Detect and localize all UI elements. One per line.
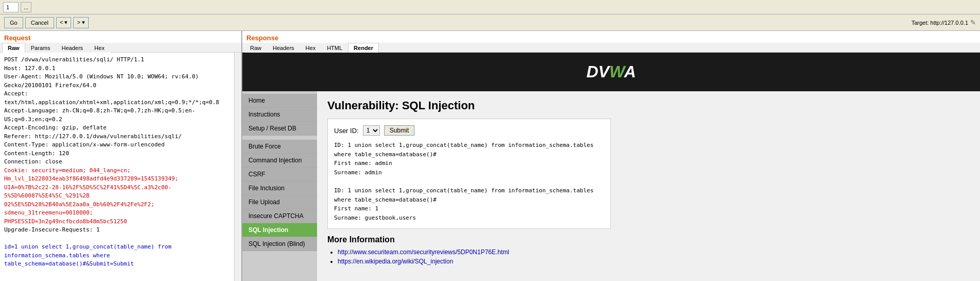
forward-button[interactable]: > ▾ xyxy=(73,17,88,28)
nav-command-injection[interactable]: Command Injection xyxy=(242,154,317,168)
nav-instructions[interactable]: Instructions xyxy=(242,108,317,122)
request-tabs: Raw Params Headers Hex xyxy=(0,43,241,53)
dvwa-nav: Home Instructions Setup / Reset DB Brute… xyxy=(242,91,317,281)
result-firstname-1: First name: admin xyxy=(334,159,604,168)
result-surname-1: Surname: admin xyxy=(334,168,604,177)
nav-spacer-1 xyxy=(242,136,317,140)
back-button[interactable]: < ▾ xyxy=(56,17,71,28)
nav-brute-force[interactable]: Brute Force xyxy=(242,140,317,154)
toolbar-left: Go Cancel < ▾ > ▾ xyxy=(4,17,89,28)
user-form-box: User ID: 1 Submit ID: 1 union select 1,g… xyxy=(327,119,611,229)
submit-button[interactable]: Submit xyxy=(384,125,414,136)
req-line-8: Content-Type: application/x-www-form-url… xyxy=(4,141,237,150)
req-cookie: Cookie: security=medium; 044_lang=cn; Hm… xyxy=(4,167,237,226)
req-post-data: id=1 union select 1,group_concat(table_n… xyxy=(4,243,237,269)
req-line-7: Referer: http://127.0.0.1/dvwa/vulnerabi… xyxy=(4,133,237,141)
request-panel: Request Raw Params Headers Hex POST /dvw… xyxy=(0,31,242,281)
response-title: Response xyxy=(242,31,980,43)
forward-icon: > ▾ xyxy=(77,19,85,26)
tab-ellipsis[interactable]: ... xyxy=(21,2,31,12)
target-info: Target: http://127.0.0.1 ✎ xyxy=(911,19,976,26)
nav-csrf[interactable]: CSRF xyxy=(242,168,317,181)
request-body: POST /dvwa/vulnerabilities/sqli/ HTTP/1.… xyxy=(0,53,241,281)
tab-headers[interactable]: Headers xyxy=(56,43,89,53)
req-line-3: User-Agent: Mozilla/5.0 (Windows NT 10.0… xyxy=(4,73,237,90)
tab-params[interactable]: Params xyxy=(25,43,56,53)
tab-raw[interactable]: Raw xyxy=(2,43,25,53)
render-area: DVWA Home Instructions Setup / Reset DB … xyxy=(242,53,980,281)
result-surname-2: Surname: guestbook,users xyxy=(334,213,604,223)
req-line-5: Accept-Language: zh-CN;q=0.8;zh-TW;q=0.7… xyxy=(4,107,237,124)
result-id-2: ID: 1 union select 1,group_concat(table_… xyxy=(334,186,604,204)
resp-tab-raw[interactable]: Raw xyxy=(244,43,267,53)
more-info-item-1: http://www.securiteam.com/securityreview… xyxy=(338,249,970,256)
resp-tab-html[interactable]: HTML xyxy=(321,43,348,53)
more-info-link-2[interactable]: https://en.wikipedia.org/wiki/SQL_inject… xyxy=(338,258,453,265)
request-title: Request xyxy=(0,31,241,43)
vulnerability-title: Vulnerability: SQL Injection xyxy=(327,99,970,112)
nav-sql-injection[interactable]: SQL Injection xyxy=(242,223,317,237)
dvwa-logo: DVWA xyxy=(587,62,636,81)
req-line-2: Host: 127.0.0.1 xyxy=(4,64,237,73)
toolbar: Go Cancel < ▾ > ▾ Target: http://127.0.0… xyxy=(0,14,980,31)
nav-home[interactable]: Home xyxy=(242,94,317,108)
edit-icon[interactable]: ✎ xyxy=(970,19,976,26)
target-url: Target: http://127.0.0.1 xyxy=(911,20,968,26)
dvwa-logo-accent: W xyxy=(609,62,624,81)
resp-tab-hex[interactable]: Hex xyxy=(300,43,322,53)
user-id-select[interactable]: 1 xyxy=(363,125,380,136)
result-text: ID: 1 union select 1,group_concat(table_… xyxy=(334,141,604,222)
more-info-title: More Information xyxy=(327,235,970,244)
back-icon: < ▾ xyxy=(60,19,68,26)
req-line-1: POST /dvwa/vulnerabilities/sqli/ HTTP/1.… xyxy=(4,56,237,64)
req-line-11: Upgrade-Insecure-Requests: 1 xyxy=(4,226,237,235)
dvwa-body: Home Instructions Setup / Reset DB Brute… xyxy=(242,91,980,281)
req-line-blank xyxy=(4,235,237,243)
result-firstname-2: First name: 1 xyxy=(334,204,604,213)
tab-number-label: 1 xyxy=(6,4,9,10)
go-button[interactable]: Go xyxy=(4,17,23,28)
response-panel: Response Raw Headers Hex HTML Render DVW… xyxy=(242,31,980,281)
top-tab-bar: 1 ... xyxy=(0,0,980,14)
resp-tab-headers[interactable]: Headers xyxy=(267,43,300,53)
req-line-10: Connection: close xyxy=(4,158,237,167)
nav-insecure-captcha[interactable]: Insecure CAPTCHA xyxy=(242,209,317,223)
tab-hex[interactable]: Hex xyxy=(89,43,110,53)
response-tabs: Raw Headers Hex HTML Render xyxy=(242,43,980,53)
cancel-button[interactable]: Cancel xyxy=(25,17,54,28)
nav-file-inclusion[interactable]: File Inclusion xyxy=(242,181,317,195)
user-id-row: User ID: 1 Submit xyxy=(334,125,604,136)
dvwa-header: DVWA xyxy=(242,53,980,91)
resp-tab-render[interactable]: Render xyxy=(348,43,379,53)
nav-sql-injection-blind[interactable]: SQL Injection (Blind) xyxy=(242,237,317,251)
req-line-9: Content-Length: 120 xyxy=(4,150,237,158)
tab-number[interactable]: 1 xyxy=(3,2,19,12)
user-id-label: User ID: xyxy=(334,127,359,135)
more-info-item-2: https://en.wikipedia.org/wiki/SQL_inject… xyxy=(338,258,970,265)
req-line-4: Accept: text/html,application/xhtml+xml,… xyxy=(4,90,237,107)
nav-file-upload[interactable]: File Upload xyxy=(242,195,317,209)
result-id-1: ID: 1 union select 1,group_concat(table_… xyxy=(334,141,604,159)
nav-setup[interactable]: Setup / Reset DB xyxy=(242,122,317,136)
dvwa-content: Vulnerability: SQL Injection User ID: 1 … xyxy=(317,91,980,281)
main-content: Request Raw Params Headers Hex POST /dvw… xyxy=(0,31,980,281)
scrollbar[interactable] xyxy=(234,53,241,281)
more-info-link-1[interactable]: http://www.securiteam.com/securityreview… xyxy=(338,249,509,256)
more-info-list: http://www.securiteam.com/securityreview… xyxy=(327,249,970,265)
tab-ellipsis-label: ... xyxy=(24,4,28,10)
req-line-6: Accept-Encoding: gzip, deflate xyxy=(4,124,237,133)
